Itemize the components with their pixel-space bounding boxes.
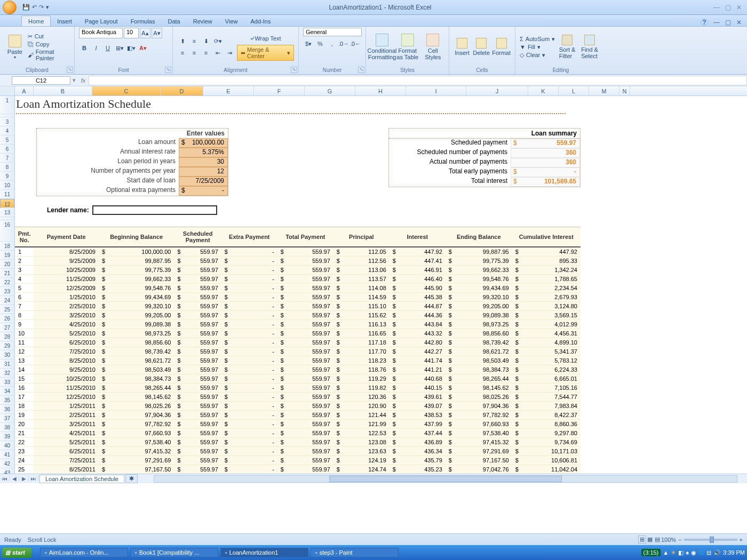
font-size-select[interactable]: 10 xyxy=(124,28,139,38)
row-header[interactable]: 30 xyxy=(0,350,14,359)
tray-icon[interactable]: ♠ xyxy=(686,549,689,556)
accounting-button[interactable]: $▾ xyxy=(303,38,314,49)
table-row[interactable]: 83/25/201099,205.00559.97-559.97115.6244… xyxy=(15,310,581,319)
table-row[interactable]: 116/25/201098,856.60559.97-559.97117.184… xyxy=(15,338,581,347)
taskbar-item[interactable]: ▫LoanAmortization1 xyxy=(220,548,308,557)
table-row[interactable]: 149/25/201098,503.49559.97-559.97118.764… xyxy=(15,365,581,374)
start-button[interactable]: ⊞start xyxy=(2,548,31,558)
sheet-nav-next-icon[interactable]: ▶ xyxy=(19,476,29,482)
doc-close-icon[interactable]: ✕ xyxy=(736,19,742,26)
row-header[interactable]: 33 xyxy=(0,378,14,387)
row-header[interactable]: 9 xyxy=(0,172,14,181)
column-header[interactable]: J xyxy=(466,86,528,95)
grow-font-button[interactable]: A▴ xyxy=(140,28,150,38)
tray-icon[interactable]: ⊟ xyxy=(706,549,711,556)
tray-clock[interactable]: 3:39 PM xyxy=(723,549,745,556)
tray-icon[interactable]: 🔊 xyxy=(713,549,721,556)
percent-button[interactable]: % xyxy=(315,38,325,49)
row-header[interactable]: 5 xyxy=(0,135,14,145)
column-header[interactable]: E xyxy=(203,86,254,95)
minimize-icon[interactable]: — xyxy=(711,4,722,11)
table-row[interactable]: 94/25/201099,089.38559.97-559.97116.1344… xyxy=(15,319,581,329)
format-as-table-button[interactable]: Format as Table xyxy=(396,34,419,60)
table-row[interactable]: 258/25/201197,167.50559.97-559.97124.744… xyxy=(15,465,581,474)
row-header[interactable]: 19 xyxy=(0,251,14,260)
row-header[interactable]: 23 xyxy=(0,287,14,296)
formula-input[interactable] xyxy=(89,76,747,85)
namebox-dropdown-icon[interactable]: ▾ xyxy=(70,77,78,84)
table-row[interactable]: 138/25/201098,621.72559.97-559.97118.234… xyxy=(15,356,581,365)
column-header[interactable]: L xyxy=(559,86,589,95)
row-header[interactable]: 10 xyxy=(0,181,14,190)
zoom-out-icon[interactable]: − xyxy=(678,537,681,543)
align-left-button[interactable]: ≡ xyxy=(177,47,188,58)
row-header[interactable]: 11 xyxy=(0,190,14,199)
qat-undo-icon[interactable]: ↶ xyxy=(32,4,37,11)
name-box[interactable]: C12 xyxy=(12,76,70,85)
increase-decimal-button[interactable]: .0→ xyxy=(338,38,349,49)
alignment-launcher[interactable]: ⤡ xyxy=(291,67,297,73)
row-header[interactable]: 36 xyxy=(0,405,14,414)
start-date-value[interactable]: 7/25/2009 xyxy=(179,177,228,186)
bold-button[interactable]: B xyxy=(79,43,90,53)
sheet-tab-new[interactable]: ✱ xyxy=(125,474,138,483)
office-button[interactable] xyxy=(0,0,19,15)
row-header[interactable]: 28 xyxy=(0,332,14,341)
align-middle-button[interactable]: ≡ xyxy=(189,36,200,46)
table-row[interactable]: 203/25/201197,782.92559.97-559.97121.994… xyxy=(15,419,581,428)
tab-view[interactable]: View xyxy=(219,16,244,26)
select-all-corner[interactable] xyxy=(0,86,15,95)
table-row[interactable]: 72/25/201099,320.10559.97-559.97115.1044… xyxy=(15,301,581,310)
loan-amount-value[interactable]: 100,000.00 xyxy=(179,138,228,148)
tray-icon[interactable]: ☀ xyxy=(671,549,676,556)
column-header[interactable]: C xyxy=(92,86,161,95)
column-header[interactable]: M xyxy=(589,86,619,95)
number-format-select[interactable]: General xyxy=(303,28,362,36)
row-header[interactable]: 35 xyxy=(0,396,14,405)
row-header[interactable]: 26 xyxy=(0,314,14,323)
zoom-slider[interactable] xyxy=(684,539,737,541)
table-row[interactable]: 411/25/200999,662.33559.97-559.97113.574… xyxy=(15,274,581,283)
row-header[interactable]: 3 xyxy=(0,117,14,126)
row-header[interactable]: 21 xyxy=(0,269,14,278)
tray-icon[interactable]: ◉ xyxy=(691,549,696,556)
insert-cells-button[interactable]: Insert xyxy=(454,38,471,56)
table-row[interactable]: 225/25/201197,538.40559.97-559.97123.084… xyxy=(15,437,581,446)
column-header[interactable]: N xyxy=(619,86,630,95)
sheet-nav-prev-icon[interactable]: ◀ xyxy=(10,476,19,482)
decrease-decimal-button[interactable]: .0← xyxy=(350,38,361,49)
tab-home[interactable]: Home xyxy=(21,15,51,26)
tray-icon[interactable]: ⓑ xyxy=(698,549,704,557)
sheet-nav-last-icon[interactable]: ⏭ xyxy=(29,476,38,482)
align-center-button[interactable]: ≡ xyxy=(189,47,200,58)
row-header[interactable]: 41 xyxy=(0,450,14,459)
tray-scheduled[interactable]: (3:15) xyxy=(641,549,661,556)
row-header[interactable]: 12 xyxy=(0,199,14,208)
table-row[interactable]: 192/25/201197,904.36559.97-559.97121.444… xyxy=(15,410,581,419)
column-header[interactable]: B xyxy=(34,86,92,95)
zoom-in-icon[interactable]: + xyxy=(740,537,743,543)
comma-button[interactable]: , xyxy=(327,38,337,49)
row-header[interactable]: 13 xyxy=(0,208,14,217)
lender-name-input[interactable] xyxy=(92,205,217,215)
column-header[interactable]: I xyxy=(406,86,466,95)
row-header[interactable]: 39 xyxy=(0,432,14,441)
tab-page-layout[interactable]: Page Layout xyxy=(78,16,124,26)
taskbar-item[interactable]: ▫step3 - Paint xyxy=(311,548,399,557)
restore-icon[interactable]: ▢ xyxy=(723,4,733,11)
worksheet[interactable]: 1345678910111213161819202122232425262728… xyxy=(0,96,747,483)
format-cells-button[interactable]: Format xyxy=(492,38,511,56)
delete-cells-button[interactable]: Delete xyxy=(473,38,490,56)
qat-save-icon[interactable]: 💾 xyxy=(22,4,30,11)
number-launcher[interactable]: ⤡ xyxy=(358,67,364,73)
doc-restore-icon[interactable]: ▢ xyxy=(725,19,731,26)
table-row[interactable]: 310/25/200999,775.39559.97-559.97113.064… xyxy=(15,265,581,274)
table-row[interactable]: 18/25/2009100,000.00559.97-559.97112.054… xyxy=(15,247,581,256)
align-top-button[interactable]: ⬆ xyxy=(177,36,188,46)
align-right-button[interactable]: ≡ xyxy=(201,47,211,58)
table-row[interactable]: 61/25/201099,434.69559.97-559.97114.5944… xyxy=(15,292,581,301)
indent-increase-button[interactable]: ⇥ xyxy=(224,47,235,58)
table-row[interactable]: 1611/25/201098,265.44559.97-559.97119.82… xyxy=(15,383,581,392)
find-select-button[interactable]: Find & Select xyxy=(579,35,600,59)
row-header[interactable]: 40 xyxy=(0,441,14,450)
